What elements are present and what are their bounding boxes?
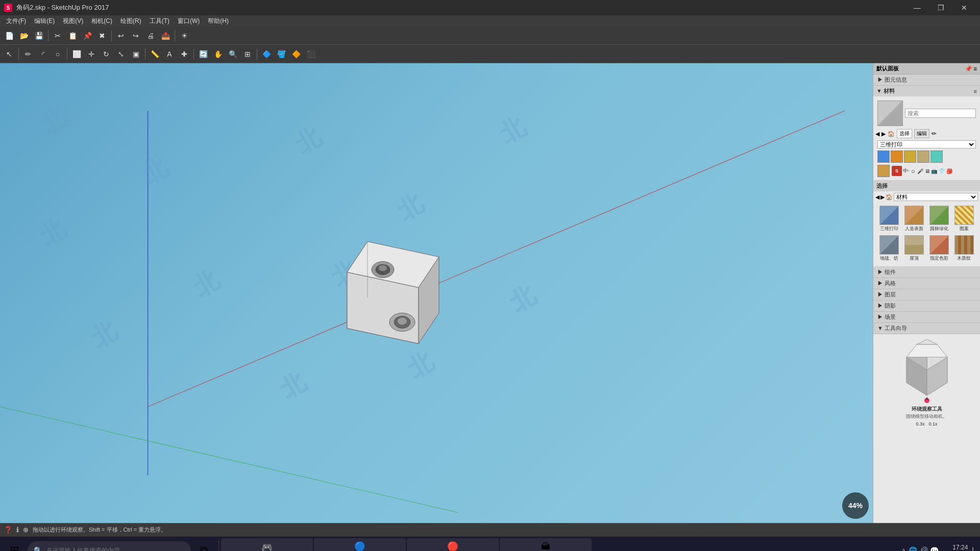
layers-header[interactable]: ▶ 图层 [873, 289, 980, 300]
open-button[interactable]: 📂 [17, 29, 31, 43]
nav-back-icon[interactable]: ◀ [875, 131, 879, 137]
shadow-button[interactable]: ☀ [177, 29, 191, 43]
help-icon[interactable]: ❓ [4, 526, 12, 534]
add-icon[interactable]: ⊕ [23, 526, 29, 534]
arc-tool[interactable]: ◜ [36, 47, 50, 61]
nav-forward-icon[interactable]: ▶ [881, 131, 886, 137]
menu-camera[interactable]: 相机(C) [87, 16, 116, 27]
tray-arrow[interactable]: △ [901, 546, 906, 551]
paste-button[interactable]: 📌 [80, 29, 94, 43]
search-input[interactable] [46, 547, 179, 551]
print-button[interactable]: 🖨 [143, 29, 158, 43]
select-header[interactable]: 选择 [873, 181, 980, 191]
color-swatch-tan[interactable] [917, 151, 929, 163]
menu-window[interactable]: 窗口(W) [174, 16, 204, 27]
sel-nav-back[interactable]: ◀ [875, 194, 879, 201]
scenes-header[interactable]: ▶ 场景 [873, 312, 980, 323]
tab-select[interactable]: 选择 [897, 129, 912, 138]
toolguide-header[interactable]: ▼ 工具向导 [873, 323, 980, 334]
text-tool[interactable]: A [162, 47, 177, 61]
circle-tool[interactable]: ○ [51, 47, 65, 61]
show-desktop[interactable]: | [972, 546, 974, 551]
tray-network[interactable]: 🌐 [909, 546, 917, 551]
element-info-header[interactable]: ▶ 图元信息 [873, 74, 980, 86]
mat-cell-3dprint[interactable]: 三维打印 [877, 205, 901, 233]
export-button[interactable]: 📤 [158, 29, 173, 43]
zoom-tool[interactable]: 🔍 [226, 47, 240, 61]
mat-cell-wood[interactable]: 木质纹 [952, 234, 976, 263]
axes-tool[interactable]: ✚ [177, 47, 191, 61]
tape-tool[interactable]: 📏 [148, 47, 162, 61]
restore-button[interactable]: ❐ [929, 0, 952, 15]
mat-cell-manmade[interactable]: 人造表面 [902, 205, 926, 233]
taskbar-app-browser1[interactable]: 🔵 盘点 | 全球各地部... [314, 538, 406, 551]
viewport[interactable]: 北 北 北 北 北 北 北 北 北 北 北 北 [0, 63, 873, 523]
tray-sound[interactable]: 🔊 [919, 546, 928, 551]
section-tool[interactable]: 🔶 [289, 47, 303, 61]
select-tool[interactable]: ↖ [2, 47, 16, 61]
mat-cell-pattern[interactable]: 图案 [952, 205, 976, 233]
panel-pin-icon[interactable]: 📌 [965, 65, 972, 72]
copy-button[interactable]: 📋 [65, 29, 80, 43]
zoom-window-tool[interactable]: ⊞ [240, 47, 255, 61]
mat-cell-roof[interactable]: 屋顶 [902, 234, 926, 263]
tray-msg[interactable]: 💬 [930, 546, 939, 551]
materials-menu-icon[interactable]: ≡ [974, 88, 977, 94]
start-button[interactable]: ⊞ [2, 538, 27, 551]
shadows-header[interactable]: ▶ 阴影 [873, 300, 980, 312]
taskbar-app-sketchup[interactable]: 🏔 角码2.skp - Sketch... [500, 538, 592, 551]
edit-icon[interactable]: ✏ [932, 130, 937, 137]
undo-button[interactable]: ↩ [114, 29, 128, 43]
menu-draw[interactable]: 绘图(R) [116, 16, 145, 27]
styles-header[interactable]: ▶ 风格 [873, 278, 980, 289]
pencil-tool[interactable]: ✏ [21, 47, 35, 61]
save-button[interactable]: 💾 [32, 29, 46, 43]
offset-tool[interactable]: ▣ [129, 47, 143, 61]
info-icon[interactable]: ℹ [16, 526, 19, 534]
menu-help[interactable]: 帮助(H) [204, 16, 233, 27]
mat-cell-carpet[interactable]: 地毯、纺 [877, 234, 901, 263]
color-swatch-orange[interactable] [891, 151, 903, 163]
pan-tool[interactable]: ✋ [211, 47, 225, 61]
pushpull-tool[interactable]: ⬜ [69, 47, 84, 61]
sel-nav-home[interactable]: 🏠 [886, 194, 893, 201]
menu-tools[interactable]: 工具(T) [145, 16, 174, 27]
material-search-input[interactable] [905, 109, 976, 118]
titlebar-controls[interactable]: — ❐ ✕ [905, 0, 976, 15]
move-tool[interactable]: ✛ [84, 47, 99, 61]
menu-view[interactable]: 视图(V) [59, 16, 87, 27]
rotate-tool[interactable]: ↻ [99, 47, 113, 61]
color-swatch-gold[interactable] [877, 165, 890, 177]
category-select[interactable]: 三维打印 人造表面 园林绿化 图案 [877, 140, 976, 148]
color-swatch-yellow[interactable] [904, 151, 916, 163]
color-swatch-teal[interactable] [930, 151, 943, 163]
task-view-button[interactable]: ⧉ [192, 538, 216, 551]
cut-button[interactable]: ✂ [51, 29, 65, 43]
tab-edit[interactable]: 编辑 [914, 129, 929, 138]
mat-cell-garden[interactable]: 园林绿化 [927, 205, 951, 233]
new-button[interactable]: 📄 [2, 29, 16, 43]
minimize-button[interactable]: — [905, 0, 929, 15]
sel-nav-forward[interactable]: ▶ [880, 194, 885, 201]
dimension-tool[interactable]: ⬛ [304, 47, 318, 61]
component-tool[interactable]: 🔷 [259, 47, 274, 61]
taskbar-app-browser2[interactable]: 🔴 【新提醒】ever4y... [407, 538, 499, 551]
close-button[interactable]: ✕ [952, 0, 976, 15]
scale-tool[interactable]: ⤡ [114, 47, 128, 61]
mat-cell-color[interactable]: 指定色彩 [927, 234, 951, 263]
color-swatch-blue[interactable] [877, 151, 890, 163]
components-header[interactable]: ▶ 组件 [873, 267, 980, 278]
panel-menu-icon[interactable]: ≡ [973, 65, 977, 72]
clock[interactable]: 17:24 2021/8/17 [943, 544, 968, 551]
select-category-dropdown[interactable]: 材料 [894, 193, 978, 201]
delete-button[interactable]: ✖ [95, 29, 109, 43]
nav-home-icon[interactable]: 🏠 [888, 131, 895, 137]
redo-button[interactable]: ↪ [129, 29, 143, 43]
taskbar-search[interactable]: 🔍 [28, 541, 191, 551]
menu-file[interactable]: 文件(F) [2, 16, 30, 27]
orbit-tool[interactable]: 🔄 [196, 47, 210, 61]
taskbar-app-lol[interactable]: 🎮 League of Legends [221, 538, 313, 551]
materials-header[interactable]: ▼ 材料 ≡ [873, 86, 980, 96]
menu-edit[interactable]: 编辑(E) [30, 16, 59, 27]
paint-tool[interactable]: 🪣 [274, 47, 288, 61]
